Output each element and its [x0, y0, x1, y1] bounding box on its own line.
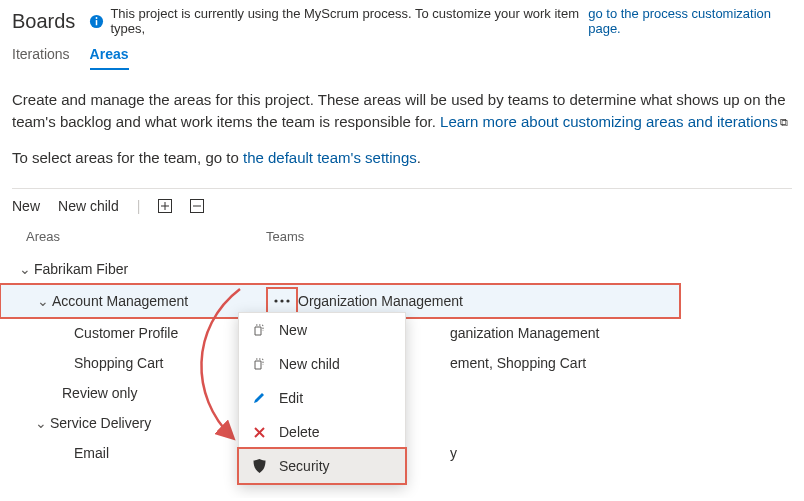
area-label: Customer Profile: [74, 325, 178, 341]
menu-item-edit[interactable]: Edit: [239, 381, 405, 415]
intro-period: .: [417, 149, 421, 166]
expand-all-icon[interactable]: [158, 199, 172, 213]
pencil-icon: [251, 390, 267, 406]
new-item-icon: [251, 322, 267, 338]
banner-text: This project is currently using the MySc…: [110, 6, 582, 36]
svg-point-9: [280, 300, 283, 303]
intro-text: Create and manage the areas for this pro…: [0, 79, 804, 168]
more-actions-button[interactable]: [268, 289, 296, 313]
area-label: Email: [74, 445, 109, 461]
delete-icon: [251, 424, 267, 440]
menu-label: Edit: [279, 390, 303, 406]
area-label: Review only: [62, 385, 137, 401]
column-teams: Teams: [266, 229, 304, 244]
svg-rect-1: [96, 20, 98, 25]
toolbar: New New child |: [0, 189, 804, 223]
banner-link[interactable]: go to the process customization page.: [588, 6, 792, 36]
column-headers: Areas Teams: [0, 223, 804, 254]
info-banner: This project is currently using the MySc…: [89, 6, 792, 36]
tab-areas[interactable]: Areas: [90, 46, 129, 70]
team-label: Organization Management: [298, 293, 678, 309]
svg-point-10: [286, 300, 289, 303]
menu-item-new-child[interactable]: New child: [239, 347, 405, 381]
link-team-settings[interactable]: the default team's settings: [243, 149, 417, 166]
areas-tree: ⌄ Fabrikam Fiber ⌄ Account Management Or…: [0, 254, 804, 498]
area-label: Account Management: [52, 293, 188, 309]
new-button[interactable]: New: [12, 198, 40, 214]
link-learn-more[interactable]: Learn more about customizing areas and i…: [440, 113, 778, 130]
tabs: Iterations Areas: [0, 46, 804, 79]
new-child-button[interactable]: New child: [58, 198, 119, 214]
context-menu: New New child Edit Delete Security: [238, 312, 406, 484]
menu-label: New child: [279, 356, 340, 372]
svg-point-8: [274, 300, 277, 303]
menu-label: Security: [279, 458, 330, 474]
chevron-down-icon[interactable]: ⌄: [38, 293, 48, 309]
collapse-all-icon[interactable]: [190, 199, 204, 213]
menu-label: Delete: [279, 424, 319, 440]
page-title: Boards: [12, 10, 75, 33]
menu-item-security[interactable]: Security: [239, 449, 405, 483]
intro-line2: To select areas for the team, go to: [12, 149, 243, 166]
external-link-icon: ⧉: [780, 116, 788, 128]
svg-point-2: [96, 17, 98, 19]
tab-iterations[interactable]: Iterations: [12, 46, 70, 70]
menu-label: New: [279, 322, 307, 338]
shield-icon: [251, 458, 267, 474]
chevron-down-icon[interactable]: ⌄: [36, 415, 46, 431]
area-label: Fabrikam Fiber: [34, 261, 128, 277]
info-icon: [89, 14, 104, 29]
menu-item-new[interactable]: New: [239, 313, 405, 347]
area-label: Service Delivery: [50, 415, 151, 431]
menu-item-delete[interactable]: Delete: [239, 415, 405, 449]
column-areas: Areas: [26, 229, 266, 244]
toolbar-separator: |: [137, 198, 141, 214]
area-label: Shopping Cart: [74, 355, 164, 371]
tree-row-fabrikam-fiber[interactable]: ⌄ Fabrikam Fiber: [0, 254, 804, 284]
new-child-icon: [251, 356, 267, 372]
chevron-down-icon[interactable]: ⌄: [20, 261, 30, 277]
